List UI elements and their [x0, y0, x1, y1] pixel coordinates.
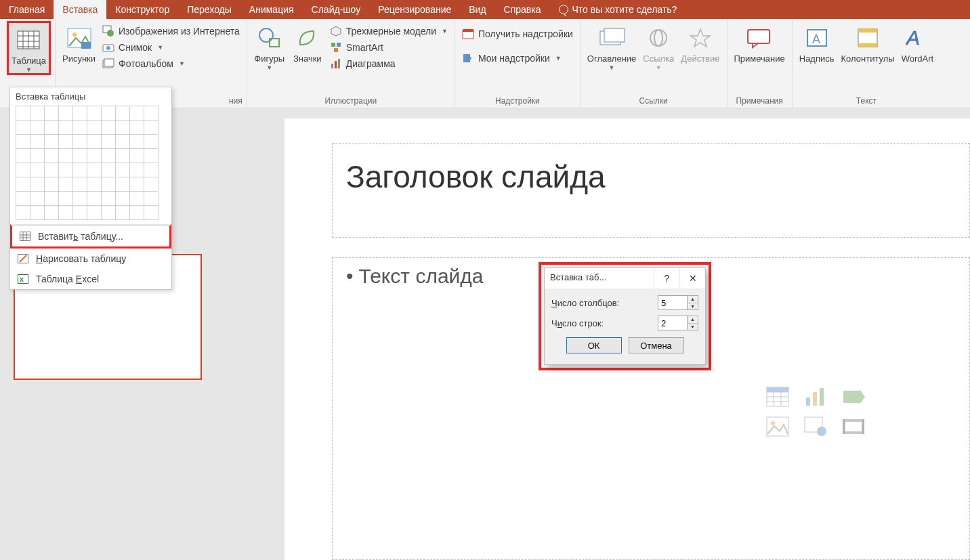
tell-me-search[interactable]: Что вы хотите сделать? — [550, 0, 686, 19]
photo-album-button[interactable]: Фотоальбом ▼ — [100, 56, 242, 71]
tab-review[interactable]: Рецензирование — [369, 0, 460, 19]
insert-table-menu-item[interactable]: Вставить таблицу... — [10, 224, 171, 249]
star-icon — [685, 24, 716, 52]
ok-button[interactable]: ОК — [566, 337, 622, 353]
draw-table-menu-item[interactable]: Нарисовать таблицу — [10, 249, 171, 269]
3d-models-button[interactable]: Трехмерные модели ▼ — [327, 24, 450, 39]
insert-online-picture-icon[interactable] — [804, 416, 827, 437]
table-button[interactable]: Таблица ▼ — [7, 21, 51, 75]
dialog-close-button[interactable]: ✕ — [679, 268, 705, 288]
svg-rect-21 — [334, 48, 338, 52]
svg-point-16 — [259, 28, 273, 42]
smartart-button[interactable]: SmartArt — [327, 40, 450, 55]
svg-rect-24 — [338, 59, 340, 68]
comment-button[interactable]: Примечание — [732, 21, 788, 64]
group-illustrations: Фигуры ▼ Значки Трехмерные модели ▼ Smar… — [247, 19, 455, 108]
dialog-title: Вставка таб... — [545, 268, 654, 288]
dropdown-title: Вставка таблицы — [10, 87, 171, 106]
columns-spinner[interactable]: ▲▼ — [658, 295, 698, 310]
group-comments: Примечание Примечания — [728, 19, 793, 108]
svg-rect-22 — [331, 64, 333, 68]
tab-transitions[interactable]: Переходы — [178, 0, 240, 19]
tab-animations[interactable]: Анимация — [240, 0, 303, 19]
shapes-button[interactable]: Фигуры ▼ — [251, 21, 288, 71]
tab-home[interactable]: Главная — [0, 0, 54, 19]
svg-marker-31 — [691, 29, 710, 47]
svg-text:A: A — [812, 33, 820, 46]
tab-view[interactable]: Вид — [460, 0, 494, 19]
title-placeholder[interactable]: Заголовок слайда — [332, 143, 970, 238]
wordart-icon: A — [902, 24, 933, 52]
group-illustrations-label: Иллюстрации — [251, 96, 450, 108]
svg-point-62 — [771, 421, 775, 425]
insert-table-dialog-highlight: Вставка таб... ? ✕ Число столбцов: ▲▼ Чи… — [539, 262, 711, 370]
tab-design[interactable]: Конструктор — [106, 0, 178, 19]
svg-rect-23 — [335, 61, 337, 68]
svg-marker-60 — [860, 389, 865, 404]
zoom-button[interactable]: Оглавление ▼ — [585, 21, 639, 71]
tab-help[interactable]: Справка — [495, 0, 550, 19]
svg-point-29 — [650, 30, 667, 46]
chevron-down-icon: ▼ — [442, 28, 448, 35]
my-addins-button[interactable]: Мои надстройки ▼ — [459, 51, 564, 66]
svg-rect-68 — [862, 419, 864, 434]
spin-down-icon[interactable]: ▼ — [688, 303, 698, 310]
svg-rect-19 — [331, 43, 335, 47]
group-text: A Надпись Колонтитулы A WordArt Текст — [793, 19, 940, 108]
svg-marker-18 — [331, 26, 341, 36]
insert-picture-icon[interactable] — [766, 416, 789, 437]
smartart-icon — [330, 41, 342, 53]
chevron-down-icon: ▼ — [26, 66, 32, 73]
globe-picture-icon — [102, 25, 114, 37]
puzzle-icon — [462, 52, 474, 64]
header-footer-button[interactable]: Колонтитулы — [839, 21, 898, 64]
group-links: Оглавление ▼ Ссылка ▼ Действие Ссылки — [581, 19, 728, 108]
pictures-button-label: Рисунки — [62, 53, 96, 64]
lightbulb-icon — [559, 5, 568, 14]
tab-insert[interactable]: Вставка — [54, 0, 106, 19]
slide-title-text: Заголовок слайда — [346, 158, 956, 195]
spin-down-icon[interactable]: ▼ — [688, 324, 698, 330]
insert-smartart-icon[interactable] — [842, 387, 865, 407]
svg-point-30 — [654, 30, 662, 46]
insert-table-grid[interactable] — [10, 106, 171, 224]
group-text-label: Текст — [797, 96, 936, 108]
rows-input[interactable] — [658, 316, 687, 330]
spin-up-icon[interactable]: ▲ — [688, 316, 698, 324]
group-comments-label: Примечания — [732, 96, 788, 108]
rows-spinner[interactable]: ▲▼ — [658, 316, 698, 330]
svg-rect-32 — [748, 30, 769, 43]
svg-rect-37 — [858, 29, 877, 33]
insert-chart-icon[interactable] — [804, 387, 827, 407]
svg-rect-56 — [806, 397, 810, 406]
svg-rect-67 — [843, 419, 845, 434]
spin-up-icon[interactable]: ▲ — [688, 296, 698, 303]
columns-input[interactable] — [658, 296, 687, 309]
screenshot-button[interactable]: Снимок ▼ — [100, 40, 242, 55]
placeholder-content-icons — [766, 387, 868, 446]
svg-rect-57 — [813, 392, 817, 406]
online-images-button[interactable]: Изображения из Интернета — [100, 24, 242, 39]
pictures-button[interactable]: Рисунки — [60, 21, 98, 64]
chevron-down-icon: ▼ — [266, 64, 272, 71]
excel-table-menu-item[interactable]: X Таблица Excel — [10, 269, 171, 289]
insert-table-icon[interactable] — [766, 387, 789, 407]
store-icon — [462, 28, 474, 40]
chevron-down-icon: ▼ — [656, 64, 662, 71]
svg-rect-20 — [337, 43, 341, 47]
tell-me-placeholder: Что вы хотите сделать? — [572, 4, 677, 15]
dialog-help-button[interactable]: ? — [654, 268, 679, 288]
action-button[interactable]: Действие — [678, 21, 722, 64]
cube-icon — [330, 25, 342, 37]
icons-button[interactable]: Значки — [289, 21, 326, 64]
textbox-button[interactable]: A Надпись — [797, 21, 837, 64]
cancel-button[interactable]: Отмена — [629, 337, 684, 353]
chart-button[interactable]: Диаграмма — [327, 56, 450, 71]
tab-slideshow[interactable]: Слайд-шоу — [303, 0, 370, 19]
wordart-button[interactable]: A WordArt — [899, 21, 936, 64]
insert-video-icon[interactable] — [842, 416, 865, 437]
zoom-icon — [596, 24, 627, 52]
link-button[interactable]: Ссылка ▼ — [640, 21, 677, 71]
columns-label: Число столбцов: — [551, 298, 619, 308]
get-addins-button[interactable]: Получить надстройки — [459, 26, 576, 41]
